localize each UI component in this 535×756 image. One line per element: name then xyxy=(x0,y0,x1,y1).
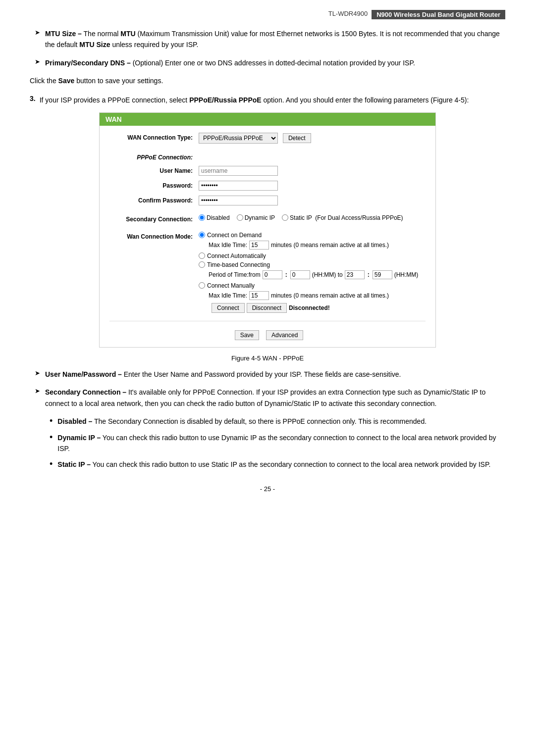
wan-divider xyxy=(109,321,426,321)
dns-bullet-item: ➤ Primary/Secondary DNS – (Optional) Ent… xyxy=(30,57,505,68)
mtu-bullet-text: MTU Size – The normal MTU (Maximum Trans… xyxy=(45,28,505,50)
period-to-hint: (HH:MM) xyxy=(394,271,419,278)
confirm-password-input[interactable] xyxy=(199,196,278,205)
header-bar: TL-WDR4900 N900 Wireless Dual Band Gigab… xyxy=(30,10,505,19)
pppoe-connection-label: PPPoE Connection: xyxy=(109,152,199,161)
wan-connection-type-select[interactable]: PPPoE/Russia PPPoE xyxy=(199,133,278,144)
secondary-connection-row: Secondary Connection: Disabled Dynamic I… xyxy=(109,214,426,223)
figure-caption: Figure 4-5 WAN - PPPoE xyxy=(30,354,505,362)
password-input[interactable] xyxy=(199,181,278,191)
time-based-radio[interactable] xyxy=(199,261,205,268)
wan-content: WAN Connection Type: PPPoE/Russia PPPoE … xyxy=(100,126,435,347)
wan-connection-type-field: PPPoE/Russia PPPoE Detect xyxy=(199,133,426,144)
period-from-hh-input[interactable] xyxy=(263,270,282,279)
sub-bullet-section: • Disabled – The Secondary Connection is… xyxy=(50,416,505,470)
secondary-dynamic-radio[interactable] xyxy=(237,214,243,221)
dot-1: • xyxy=(50,416,53,427)
mtu-size-bold: MTU Size xyxy=(79,41,110,49)
connect-manually-radio[interactable] xyxy=(199,282,205,289)
dns-bullet-section: ➤ Primary/Secondary DNS – (Optional) Ent… xyxy=(30,57,505,68)
secondary-connection-field: Disabled Dynamic IP Static IP (For Dual … xyxy=(199,214,426,221)
max-idle-time-row-1: Max Idle Time: minutes (0 means remain a… xyxy=(209,241,426,250)
username-bullet-section: ➤ User Name/Password – Enter the User Na… xyxy=(30,369,505,380)
connect-on-demand-row: Connect on Demand xyxy=(199,232,426,239)
password-field xyxy=(199,181,426,191)
mtu-bold-label: MTU Size – xyxy=(45,30,82,38)
username-bold-label: User Name/Password – xyxy=(45,370,122,378)
secondary-connection-radio-group: Disabled Dynamic IP Static IP (For Dual … xyxy=(199,214,426,221)
connect-automatically-radio[interactable] xyxy=(199,252,205,259)
secondary-dynamic-option[interactable]: Dynamic IP xyxy=(237,214,275,221)
dns-bullet-text: Primary/Secondary DNS – (Optional) Enter… xyxy=(45,57,415,68)
mtu-bullet-section: ➤ MTU Size – The normal MTU (Maximum Tra… xyxy=(30,28,505,50)
num-label-3: 3. xyxy=(30,95,36,105)
max-idle-note-2: minutes (0 means remain active at all ti… xyxy=(271,292,389,299)
connect-manually-label: Connect Manually xyxy=(207,282,255,289)
secondary-disabled-radio[interactable] xyxy=(199,214,205,221)
max-idle-time-label-2: Max Idle Time: xyxy=(209,292,247,299)
sub-bullet-static: • Static IP – You can check this radio b… xyxy=(50,459,505,470)
connect-automatically-row: Connect Automatically xyxy=(199,252,426,259)
max-idle-time-row-2: Max Idle Time: minutes (0 means remain a… xyxy=(209,291,426,300)
sub-bullet-disabled: • Disabled – The Secondary Connection is… xyxy=(50,416,505,427)
click-save-line: Click the Save button to save your setti… xyxy=(30,75,505,86)
wan-save-button[interactable]: Save xyxy=(235,330,259,340)
secondary-dynamic-label: Dynamic IP xyxy=(245,214,275,221)
wan-connection-mode-label: Wan Connection Mode: xyxy=(109,232,199,240)
connect-automatically-label: Connect Automatically xyxy=(207,252,266,259)
secondary-bullet-section: ➤ Secondary Connection – It's available … xyxy=(30,387,505,409)
bullet-arrow-2: ➤ xyxy=(35,58,40,68)
wan-connection-type-label: WAN Connection Type: xyxy=(109,133,199,141)
user-name-field xyxy=(199,166,426,176)
max-idle-input-2[interactable] xyxy=(249,291,269,300)
secondary-static-option[interactable]: Static IP (For Dual Access/Russia PPPoE) xyxy=(282,214,403,221)
user-name-row: User Name: xyxy=(109,166,426,176)
save-bold: Save xyxy=(58,77,75,85)
max-idle-input-1[interactable] xyxy=(249,241,269,250)
numbered-item-3: 3. If your ISP provides a PPPoE connecti… xyxy=(30,95,505,105)
wan-connection-mode-field: Connect on Demand Max Idle Time: minutes… xyxy=(199,232,426,316)
connect-manually-row: Connect Manually xyxy=(199,282,426,289)
secondary-bold-label: Secondary Connection – xyxy=(45,388,126,396)
disconnected-status: Disconnected! xyxy=(289,304,330,311)
model-number: TL-WDR4900 xyxy=(328,10,368,19)
time-based-label: Time-based Connecting xyxy=(207,261,270,268)
secondary-static-radio[interactable] xyxy=(282,214,288,221)
wan-bottom-row: Save Advanced xyxy=(109,326,426,340)
wan-box: WAN WAN Connection Type: PPPoE/Russia PP… xyxy=(99,112,436,348)
detect-button[interactable]: Detect xyxy=(283,133,311,143)
connect-on-demand-label: Connect on Demand xyxy=(207,232,262,239)
username-bullet-item: ➤ User Name/Password – Enter the User Na… xyxy=(30,369,505,380)
num-text-3: If your ISP provides a PPPoE connection,… xyxy=(40,95,469,105)
wan-connection-type-row: WAN Connection Type: PPPoE/Russia PPPoE … xyxy=(109,133,426,144)
user-name-label: User Name: xyxy=(109,166,199,174)
secondary-connection-label: Secondary Connection: xyxy=(109,214,199,223)
wan-advanced-button[interactable]: Advanced xyxy=(266,330,303,340)
bullet-arrow-3: ➤ xyxy=(35,369,40,380)
connect-on-demand-radio[interactable] xyxy=(199,232,205,238)
user-name-input[interactable] xyxy=(199,166,278,176)
connect-button[interactable]: Connect xyxy=(212,303,245,313)
period-label: Period of Time:from xyxy=(209,271,261,278)
dot-2: • xyxy=(50,432,53,454)
product-name: N900 Wireless Dual Band Gigabit Router xyxy=(372,10,505,19)
period-to-mm-input[interactable] xyxy=(373,270,392,279)
username-bullet-text: User Name/Password – Enter the User Name… xyxy=(45,369,401,380)
wan-title-bar: WAN xyxy=(100,113,435,126)
static-bold: Static IP – xyxy=(57,460,91,468)
period-to-hh-input[interactable] xyxy=(345,270,365,279)
colon-1: : xyxy=(285,271,287,278)
colon-2: : xyxy=(368,271,370,278)
bullet-arrow-4: ➤ xyxy=(35,387,40,409)
mtu-bullet-item: ➤ MTU Size – The normal MTU (Maximum Tra… xyxy=(30,28,505,50)
sub-bullet-dynamic: • Dynamic IP – You can check this radio … xyxy=(50,432,505,454)
secondary-disabled-label: Disabled xyxy=(207,214,230,221)
dns-bold-label: Primary/Secondary DNS – xyxy=(45,59,131,67)
password-label: Password: xyxy=(109,181,199,189)
period-from-mm-input[interactable] xyxy=(290,270,310,279)
secondary-disabled-option[interactable]: Disabled xyxy=(199,214,230,221)
disconnect-button[interactable]: Disconnect xyxy=(247,303,287,313)
dot-3: • xyxy=(50,459,53,470)
time-based-row: Time-based Connecting xyxy=(199,261,426,268)
confirm-password-row: Confirm Password: xyxy=(109,196,426,205)
